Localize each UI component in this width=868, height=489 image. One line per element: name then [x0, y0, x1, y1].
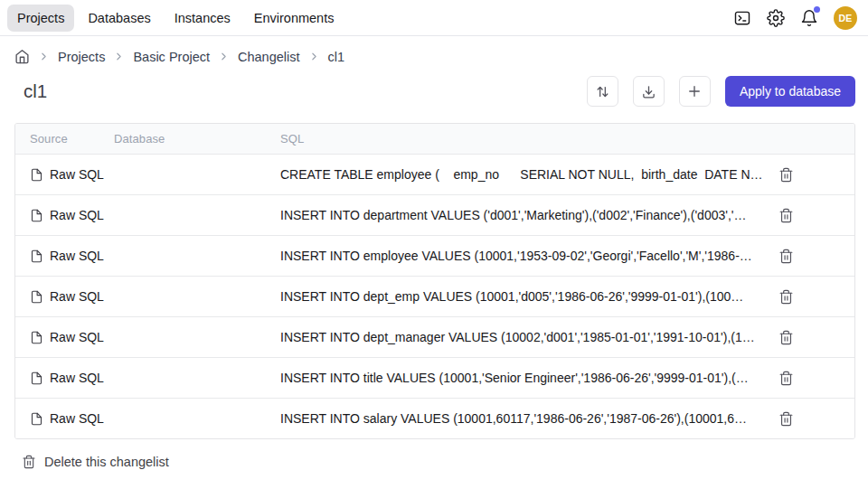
main-nav: Projects Databases Instances Environment… — [7, 5, 344, 32]
source-cell: Raw SQL — [30, 167, 114, 182]
file-icon — [30, 168, 43, 182]
top-nav: Projects Databases Instances Environment… — [0, 0, 868, 36]
source-label: Raw SQL — [50, 167, 104, 182]
actions-cell — [767, 287, 854, 307]
delete-changelist-button[interactable]: Delete this changelist — [22, 455, 169, 469]
breadcrumb-item[interactable]: Projects — [58, 50, 105, 64]
source-cell: Raw SQL — [30, 249, 114, 263]
actions-cell — [767, 409, 854, 429]
breadcrumb-item[interactable]: Basic Project — [133, 50, 210, 64]
home-icon[interactable] — [14, 49, 30, 64]
download-icon — [641, 84, 656, 99]
table-row[interactable]: Raw SQL CREATE TABLE employee ( emp_no S… — [15, 154, 854, 194]
table-row[interactable]: Raw SQL INSERT INTO department VALUES ('… — [15, 194, 854, 235]
file-icon — [30, 249, 43, 263]
trash-icon — [778, 249, 794, 264]
notifications-button[interactable] — [800, 9, 818, 27]
file-icon — [30, 331, 43, 344]
table-row[interactable]: Raw SQL INSERT INTO dept_emp VALUES (100… — [15, 276, 854, 316]
sql-cell: INSERT INTO department VALUES ('d001','M… — [280, 208, 767, 222]
file-icon — [30, 412, 43, 426]
trash-icon — [778, 167, 794, 183]
trash-icon — [778, 289, 794, 305]
breadcrumb-item[interactable]: cl1 — [328, 50, 345, 64]
sql-cell: INSERT INTO dept_emp VALUES (10001,'d005… — [280, 289, 767, 304]
trash-icon — [778, 371, 794, 386]
actions-cell — [767, 165, 854, 185]
trash-icon — [778, 411, 794, 427]
sql-cell: INSERT INTO title VALUES (10001,'Senior … — [280, 371, 767, 385]
changes-table: Source Database SQL Raw SQL CREATE TABLE… — [14, 123, 855, 439]
file-icon — [30, 290, 43, 304]
table-row[interactable]: Raw SQL INSERT INTO dept_manager VALUES … — [15, 316, 854, 357]
trash-icon — [778, 330, 794, 345]
export-button[interactable] — [633, 76, 665, 107]
nav-item[interactable]: Environments — [244, 5, 344, 32]
source-label: Raw SQL — [50, 330, 104, 344]
table-row[interactable]: Raw SQL INSERT INTO employee VALUES (100… — [15, 235, 854, 276]
source-label: Raw SQL — [50, 411, 104, 426]
notification-dot — [814, 6, 820, 13]
settings-button[interactable] — [767, 9, 785, 27]
column-header-source: Source — [30, 132, 114, 146]
title-row: cl1 Apply to database — [24, 76, 855, 107]
sql-editor-terminal-button[interactable] — [733, 9, 751, 27]
apply-to-database-button[interactable]: Apply to database — [725, 76, 855, 107]
trash-icon — [778, 208, 794, 223]
delete-row-button[interactable] — [776, 246, 797, 267]
delete-row-button[interactable] — [776, 205, 797, 226]
source-label: Raw SQL — [50, 249, 104, 263]
table-header: Source Database SQL — [15, 124, 854, 154]
actions-cell — [767, 246, 854, 267]
source-label: Raw SQL — [50, 289, 104, 304]
chevron-right-icon — [218, 51, 230, 62]
page-footer: Delete this changelist — [22, 455, 868, 469]
sort-arrows-icon — [595, 84, 610, 99]
source-cell: Raw SQL — [30, 289, 114, 304]
actions-cell — [767, 368, 854, 389]
chevron-right-icon — [38, 51, 50, 62]
table-row[interactable]: Raw SQL INSERT INTO title VALUES (10001,… — [15, 357, 854, 398]
page-title: cl1 — [24, 80, 47, 102]
delete-row-button[interactable] — [776, 287, 797, 307]
add-change-button[interactable] — [679, 76, 711, 107]
delete-row-button[interactable] — [776, 327, 797, 348]
table-body: Raw SQL CREATE TABLE employee ( emp_no S… — [15, 154, 854, 438]
chevron-right-icon — [113, 51, 125, 62]
delete-row-button[interactable] — [776, 368, 797, 389]
reorder-button[interactable] — [587, 76, 618, 107]
source-label: Raw SQL — [50, 371, 104, 385]
source-cell: Raw SQL — [30, 411, 114, 426]
column-header-sql: SQL — [280, 132, 767, 146]
breadcrumb-item[interactable]: Changelist — [238, 50, 300, 64]
plus-icon — [686, 83, 703, 99]
source-label: Raw SQL — [50, 208, 104, 222]
sql-cell: CREATE TABLE employee ( emp_no SERIAL NO… — [280, 167, 767, 182]
avatar[interactable]: DE — [834, 6, 857, 30]
table-row[interactable]: Raw SQL INSERT INTO salary VALUES (10001… — [15, 398, 854, 438]
terminal-icon — [733, 9, 751, 27]
sql-cell: INSERT INTO salary VALUES (10001,60117,'… — [280, 411, 767, 426]
nav-item[interactable]: Databases — [78, 5, 160, 32]
file-icon — [30, 371, 43, 385]
delete-row-button[interactable] — [776, 165, 797, 185]
chevron-right-icon — [308, 51, 320, 62]
top-nav-right: DE — [733, 6, 857, 30]
sql-cell: INSERT INTO employee VALUES (10001,'1953… — [280, 249, 767, 263]
sql-cell: INSERT INTO dept_manager VALUES (10002,'… — [280, 330, 767, 344]
source-cell: Raw SQL — [30, 371, 114, 385]
file-icon — [30, 209, 43, 222]
actions-cell — [767, 205, 854, 226]
actions-cell — [767, 327, 854, 348]
app-root: Projects Databases Instances Environment… — [0, 0, 868, 469]
nav-item[interactable]: Instances — [165, 5, 241, 32]
delete-changelist-label: Delete this changelist — [44, 455, 169, 469]
gear-icon — [767, 9, 785, 27]
nav-item[interactable]: Projects — [7, 5, 74, 32]
trash-icon — [22, 455, 36, 469]
source-cell: Raw SQL — [30, 208, 114, 222]
breadcrumb: Projects Basic Project Changelist cl1 — [14, 49, 854, 64]
toolbar: Apply to database — [587, 76, 855, 107]
column-header-database: Database — [114, 132, 280, 146]
delete-row-button[interactable] — [776, 409, 797, 429]
